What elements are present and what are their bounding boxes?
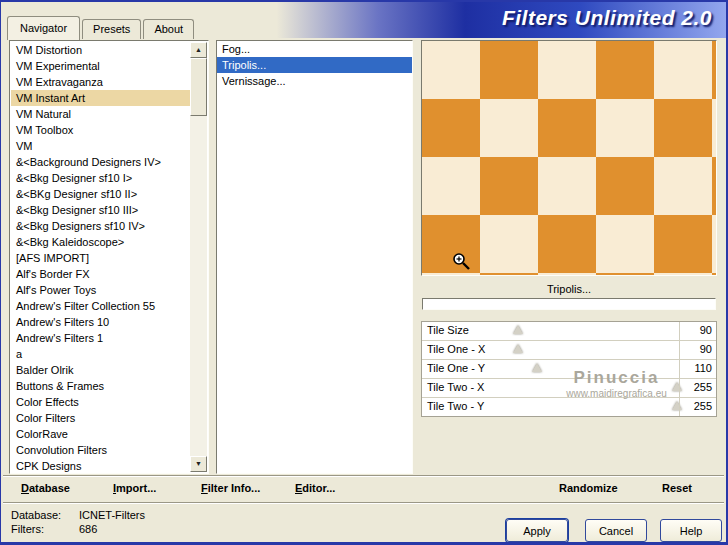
category-item[interactable]: Alf's Border FX [11,266,190,282]
category-item[interactable]: &<Bkg Kaleidoscope> [11,234,190,250]
filter-item[interactable]: Fog... [217,41,412,57]
category-item[interactable]: VM [11,138,190,154]
slider-thumb[interactable] [513,325,523,334]
category-item[interactable]: VM Toolbox [11,122,190,138]
category-item[interactable]: Balder Olrik [11,362,190,378]
filters-count-value: 686 [79,523,97,535]
filter-panel: Fog...Tripolis...Vernissage... [216,40,413,474]
category-item[interactable]: VM Natural [11,106,190,122]
zoom-in-cursor-icon [452,252,471,273]
scrollbar-thumb[interactable] [190,58,207,116]
param-slider-row[interactable]: Tile Two - Y255 [422,398,716,416]
param-table: Tile Size90Tile One - X90Tile One - Y110… [421,321,717,417]
preview-column: Tripolis... Tile Size90Tile One - X90Til… [421,40,717,474]
category-item[interactable]: &<Bkg Designer sf10 I> [11,170,190,186]
category-item[interactable]: ColorRave [11,426,190,442]
category-item[interactable]: Alf's Power Toys [11,282,190,298]
category-item[interactable]: Andrew's Filters 10 [11,314,190,330]
filters-count-label: Filters: [11,523,44,535]
scroll-up-icon[interactable]: ▲ [190,42,207,58]
toolbar-separator-top [3,475,724,477]
slider-thumb[interactable] [672,382,682,391]
param-value: 255 [684,379,712,396]
render-progress-bar [422,298,716,310]
category-item[interactable]: Color Effects [11,394,190,410]
category-item[interactable]: [AFS IMPORT] [11,250,190,266]
category-item[interactable]: &<Background Designers IV> [11,154,190,170]
param-slider-row[interactable]: Tile One - Y110 [422,360,716,379]
slider-thumb[interactable] [513,344,523,353]
param-value: 110 [684,360,712,377]
slider-thumb[interactable] [532,363,542,372]
category-item[interactable]: VM Distortion [11,42,190,58]
scroll-down-icon[interactable]: ▼ [190,456,207,472]
param-slider-row[interactable]: Tile One - X90 [422,341,716,360]
database-button[interactable]: Database [21,482,70,494]
tab-navigator[interactable]: Navigator [7,16,80,40]
param-label: Tile Two - Y [422,400,484,412]
editor-button[interactable]: Editor... [295,482,335,494]
category-item[interactable]: &<Bkg Designers sf10 IV> [11,218,190,234]
tab-bar: Navigator Presets About [7,15,196,39]
category-item-selected[interactable]: VM Instant Art [11,90,190,106]
category-item[interactable]: &<BKg Designer sf10 II> [11,186,190,202]
tab-presets[interactable]: Presets [82,19,141,39]
category-item[interactable]: &<Bkg Designer sf10 III> [11,202,190,218]
import-button[interactable]: Import... [113,482,156,494]
param-label: Tile One - Y [422,362,485,374]
category-item[interactable]: Convolution Filters [11,442,190,458]
window-title: Filters Unlimited 2.0 [502,6,712,30]
category-scrollbar[interactable]: ▲ ▼ [190,42,207,472]
category-item[interactable]: Andrew's Filter Collection 55 [11,298,190,314]
category-item[interactable]: VM Experimental [11,58,190,74]
category-item[interactable]: CPK Designs [11,458,190,472]
param-value: 255 [684,398,712,415]
filter-item-selected[interactable]: Tripolis... [217,57,412,73]
param-label: Tile Two - X [422,381,484,393]
tab-about[interactable]: About [143,19,194,39]
selected-filter-name: Tripolis... [421,283,717,295]
slider-thumb[interactable] [672,401,682,410]
param-label: Tile One - X [422,343,485,355]
category-item[interactable]: Color Filters [11,410,190,426]
category-item[interactable]: Buttons & Frames [11,378,190,394]
param-value: 90 [684,341,712,358]
cancel-button[interactable]: Cancel [585,519,647,542]
param-label: Tile Size [422,324,469,336]
filters-unlimited-window: Filters Unlimited 2.0 Navigator Presets … [0,0,728,545]
category-item[interactable]: VM Extravaganza [11,74,190,90]
category-list: VM DistortionVM ExperimentalVM Extravaga… [11,42,190,472]
apply-button[interactable]: Apply [506,519,568,542]
category-panel: VM DistortionVM ExperimentalVM Extravaga… [9,40,209,474]
category-item[interactable]: a [11,346,190,362]
category-item[interactable]: Andrew's Filters 1 [11,330,190,346]
filter-preview[interactable] [421,40,717,276]
param-slider-row[interactable]: Tile Two - X255 [422,379,716,398]
help-button[interactable]: Help [660,519,722,542]
param-value: 90 [684,322,712,339]
filter-item[interactable]: Vernissage... [217,73,412,89]
database-status-value: ICNET-Filters [79,509,145,521]
randomize-button[interactable]: Randomize [559,482,618,494]
param-slider-row[interactable]: Tile Size90 [422,322,716,341]
filter-info-button[interactable]: Filter Info... [201,482,260,494]
database-status-label: Database: [11,509,61,521]
filter-list: Fog...Tripolis...Vernissage... [217,41,412,89]
toolbar-separator-bottom [3,502,724,504]
reset-button[interactable]: Reset [662,482,692,494]
